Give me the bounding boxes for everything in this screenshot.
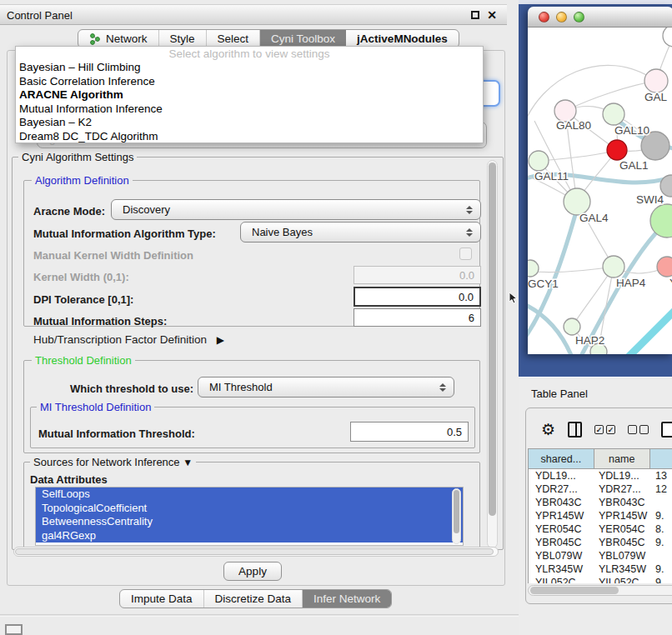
hub-section-toggle[interactable]: Hub/Transcription Factor Definition ▶ — [33, 333, 224, 346]
top-strip — [519, 0, 672, 4]
dpi-tolerance-input[interactable]: 0.0 — [354, 287, 481, 307]
tab-label: jActiveMNodules — [357, 32, 448, 45]
table-row[interactable]: YBR045CYBR045C9. — [529, 536, 672, 549]
zoom-traffic-light-icon[interactable] — [574, 12, 584, 22]
algorithm-option-selected[interactable]: ARACNE Algorithm — [16, 88, 483, 102]
tab-discretize-data[interactable]: Discretize Data — [204, 590, 303, 608]
cell: YDL19... — [529, 470, 592, 482]
table-header-shared-name[interactable]: shared... — [529, 449, 594, 468]
scrollbar-thumb[interactable] — [489, 162, 496, 516]
attribute-item-selected[interactable]: gal4RGexp — [36, 529, 463, 543]
tab-jactivemnodules[interactable]: jActiveMNodules — [346, 30, 459, 48]
popup-hint: Select algorithm to view settings — [16, 48, 483, 61]
mi-steps-label: Mutual Information Steps: — [33, 315, 167, 328]
node-label: GAL1 — [619, 159, 649, 172]
algorithm-definition-title: Algorithm Definition — [32, 174, 133, 187]
cell: YER054C — [592, 523, 649, 535]
network-node[interactable] — [529, 151, 549, 171]
combo-arrows-icon — [466, 206, 473, 214]
network-node[interactable] — [603, 256, 624, 278]
mi-steps-input[interactable]: 6 — [354, 308, 481, 327]
attribute-item-selected[interactable]: TopologicalCoefficient — [36, 502, 463, 516]
checkbox-empty-icon — [639, 425, 649, 434]
algorithm-option[interactable]: Mutual Information Inference — [16, 102, 483, 117]
node-label: GAL4 — [579, 212, 609, 224]
algorithm-option[interactable]: Basic Correlation Inference — [16, 75, 483, 89]
manual-kernel-checkbox[interactable] — [459, 248, 472, 260]
split-columns-icon[interactable] — [568, 422, 582, 438]
network-node[interactable] — [644, 69, 668, 92]
network-node[interactable] — [650, 204, 672, 238]
table-header-name[interactable]: name — [594, 449, 650, 468]
combo-arrows-icon — [439, 383, 446, 392]
algorithm-option[interactable]: Dream8 DC_TDC Algorithm — [16, 130, 483, 144]
which-threshold-combo[interactable]: MI Threshold — [198, 377, 454, 398]
minimize-traffic-light-icon[interactable] — [556, 12, 567, 22]
cell: 9. — [649, 510, 672, 522]
algorithm-option[interactable]: Bayesian – K2 — [16, 116, 483, 130]
gear-icon[interactable]: ⚙ — [541, 422, 555, 438]
right-workspace: GAL GAL80 GAL10 GAL1 GAL11 GAL4 SWI4 GCY… — [519, 0, 672, 635]
tab-style[interactable]: Style — [159, 30, 207, 48]
new-file-icon[interactable] — [661, 422, 672, 438]
network-node[interactable] — [657, 257, 672, 277]
tab-impute-data[interactable]: Impute Data — [120, 590, 204, 608]
table-horizontal-scrollbar[interactable] — [528, 585, 672, 596]
mi-type-combo[interactable]: Naive Bayes — [240, 222, 481, 242]
tab-infer-network[interactable]: Infer Network — [303, 590, 391, 608]
scrollbar-thumb[interactable] — [15, 548, 494, 555]
tab-select[interactable]: Select — [207, 30, 261, 48]
apply-button[interactable]: Apply — [223, 562, 282, 581]
network-window-titlebar[interactable] — [528, 7, 672, 28]
node-label: GCY1 — [528, 278, 559, 290]
aracne-mode-combo[interactable]: Discovery — [111, 199, 481, 220]
node-label: GAL80 — [556, 119, 591, 132]
checked-boxes-icon[interactable]: ✓ ✓ — [594, 425, 615, 434]
node-group — [528, 28, 672, 354]
settings-vertical-scrollbar[interactable] — [487, 160, 498, 548]
network-node[interactable] — [528, 260, 539, 277]
table-row[interactable]: YLR345WYLR345W9. — [529, 562, 672, 576]
table-row[interactable]: YPR145WYPR145W9. — [529, 509, 672, 522]
attribute-item-selected[interactable]: BetweennessCentrality — [36, 515, 463, 529]
table-header-clipped[interactable] — [650, 449, 672, 468]
close-traffic-light-icon[interactable] — [539, 12, 549, 22]
attribute-item-selected[interactable]: SelfLoops — [36, 488, 463, 502]
network-canvas[interactable]: GAL GAL80 GAL10 GAL1 GAL11 GAL4 SWI4 GCY… — [528, 28, 672, 354]
table-row[interactable]: YDR27...YDR27...12 — [529, 482, 672, 496]
network-node[interactable] — [564, 318, 580, 335]
mi-type-label: Mutual Information Algorithm Type: — [33, 228, 216, 240]
sources-group-toggle[interactable]: Sources for Network Inference ▼ — [30, 456, 196, 468]
scrollbar-thumb[interactable] — [454, 490, 459, 533]
network-node[interactable] — [663, 28, 672, 47]
table-row[interactable]: YBR043CYBR043C — [529, 496, 672, 509]
close-icon[interactable]: ✕ — [487, 9, 497, 21]
minimized-panel-icon[interactable] — [5, 624, 23, 635]
tab-label: Discretize Data — [215, 592, 292, 605]
table-row[interactable]: YBL079WYBL079W — [529, 549, 672, 562]
cell: YPR145W — [592, 510, 649, 522]
kernel-width-input[interactable]: 0.0 — [354, 266, 481, 284]
unchecked-boxes-icon[interactable] — [628, 425, 649, 434]
tab-network[interactable]: Network — [78, 30, 159, 48]
table-row[interactable]: YDL19...YDL19...13 — [529, 469, 672, 482]
table-row[interactable]: YER054CYER054C8. — [529, 522, 672, 536]
restore-icon[interactable] — [471, 11, 479, 19]
cell: YDR27... — [529, 483, 592, 495]
settings-horizontal-scrollbar[interactable] — [13, 547, 499, 557]
network-node[interactable] — [603, 103, 624, 125]
cell: 9 — [649, 577, 672, 583]
tab-cyni-toolbox[interactable]: Cyni Toolbox — [260, 30, 346, 48]
network-icon — [89, 33, 101, 45]
scrollbar-thumb[interactable] — [530, 587, 619, 594]
mi-threshold-input[interactable]: 0.5 — [350, 422, 469, 442]
which-threshold-value: MI Threshold — [209, 381, 273, 393]
expand-triangle-icon: ▶ — [217, 334, 224, 346]
collapse-triangle-icon: ▼ — [183, 457, 193, 468]
attributes-list-scrollbar[interactable] — [452, 488, 461, 544]
network-node-red[interactable] — [607, 140, 627, 160]
table-row[interactable]: YIL052CYIL052C9 — [529, 576, 672, 583]
algorithm-option[interactable]: Bayesian – Hill Climbing — [16, 61, 483, 75]
dpi-tolerance-label: DPI Tolerance [0,1]: — [33, 293, 133, 306]
kernel-width-value: 0.0 — [459, 269, 474, 282]
